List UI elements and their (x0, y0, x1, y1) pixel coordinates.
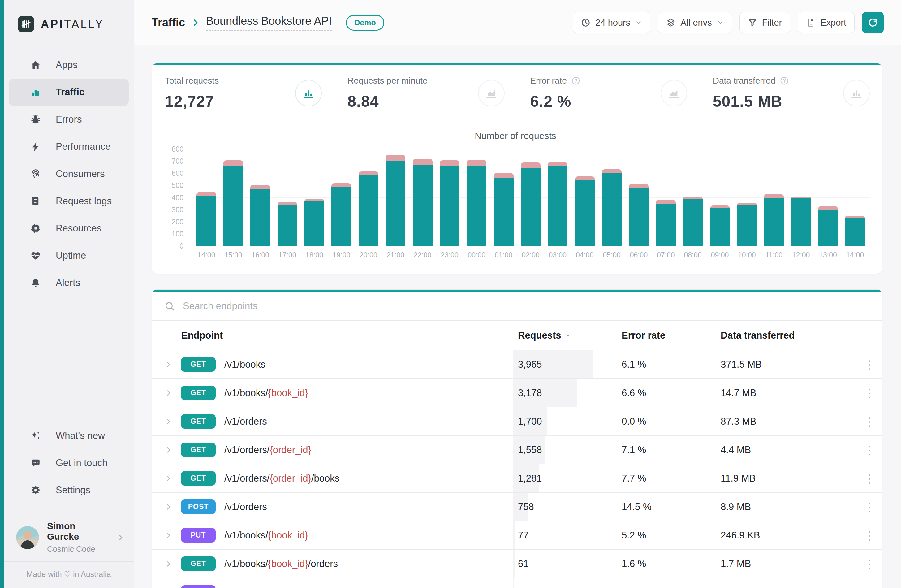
requests-bar-21:00[interactable] (385, 155, 405, 246)
table-row[interactable]: GET/v1/orders/{order_id}1,5587.1 %4.4 MB (152, 436, 882, 464)
brand-logo[interactable]: APITALLY (4, 0, 134, 32)
sidebar-item-apps[interactable]: Apps (9, 51, 129, 79)
requests-bar-19:00[interactable] (331, 183, 351, 246)
requests-value: 53 (513, 587, 528, 588)
filter-button[interactable]: Filter (739, 12, 790, 33)
expand-row-icon[interactable] (164, 418, 172, 426)
requests-value: 3,965 (513, 359, 542, 370)
requests-bar-05:00[interactable] (602, 169, 622, 246)
sidebar-item-get-in-touch[interactable]: Get in touch (9, 449, 129, 477)
expand-row-icon[interactable] (164, 389, 172, 397)
table-row[interactable]: GET/v1/orders1,7000.0 %87.3 MB (152, 407, 882, 436)
table-row[interactable]: PUT/v1/books/{book_id}775.2 %246.9 KB (152, 521, 882, 550)
requests-bar-14:00[interactable] (196, 192, 216, 246)
requests-bar-08:00[interactable] (683, 197, 703, 246)
requests-bar-16:00[interactable] (250, 185, 270, 246)
table-row[interactable]: GET/v1/orders/{order_id}/books1,2817.7 %… (152, 464, 882, 493)
expand-row-icon[interactable] (164, 531, 172, 540)
column-header-endpoint[interactable]: Endpoint (152, 330, 513, 341)
requests-bar-01:00[interactable] (494, 173, 514, 246)
stat-chart-toggle[interactable] (295, 80, 322, 106)
requests-bar-23:00[interactable] (440, 160, 460, 246)
kebab-menu-icon[interactable] (865, 586, 873, 588)
endpoint-cell: GET/v1/orders/{order_id}/books (152, 464, 513, 492)
table-row[interactable]: GET/v1/books/{book_id}3,1786.6 %14.7 MB (152, 379, 882, 407)
sidebar-item-traffic[interactable]: Traffic (9, 79, 129, 106)
sidebar-item-alerts[interactable]: Alerts (9, 269, 129, 296)
env-dropdown[interactable]: All envs (658, 12, 732, 33)
column-header-requests-label: Requests (518, 330, 561, 341)
expand-row-icon[interactable] (164, 560, 172, 568)
table-row[interactable]: PUT/v1/orders/{order_id}5311.3 %409.4 KB (152, 578, 882, 588)
x-tick-label: 02:00 (517, 251, 544, 259)
export-label: Export (820, 18, 846, 28)
help-icon[interactable] (780, 76, 789, 86)
bar-slot (544, 149, 571, 246)
search-input[interactable] (183, 292, 882, 320)
requests-bar-14:00[interactable] (845, 216, 865, 246)
export-button[interactable]: csv Export (798, 12, 854, 33)
stat-card-error-rate[interactable]: Error rate6.2 % (517, 65, 700, 122)
sidebar-item-whats-new[interactable]: What's new (9, 422, 129, 449)
requests-bar-15:00[interactable] (223, 160, 243, 246)
sidebar-item-request-logs[interactable]: Request logs (9, 187, 129, 215)
refresh-button[interactable] (862, 12, 884, 33)
sidebar-item-resources[interactable]: Resources (9, 215, 129, 242)
kebab-menu-icon[interactable] (865, 472, 873, 485)
bar-error-segment (656, 200, 676, 203)
stat-chart-toggle[interactable] (661, 80, 687, 106)
requests-bar-20:00[interactable] (359, 172, 379, 246)
sidebar-item-consumers[interactable]: Consumers (9, 160, 129, 187)
sidebar-item-uptime[interactable]: Uptime (9, 242, 129, 269)
kebab-menu-icon[interactable] (865, 529, 873, 541)
sidebar-item-performance[interactable]: Performance (9, 133, 129, 160)
kebab-menu-icon[interactable] (865, 359, 873, 371)
stat-card-requests-per-minute[interactable]: Requests per minute8.84 (334, 65, 517, 122)
expand-row-icon[interactable] (164, 474, 172, 482)
kebab-menu-icon[interactable] (865, 387, 873, 399)
expand-row-icon[interactable] (164, 503, 172, 511)
profile-menu[interactable]: Simon Gurcke Cosmic Code (4, 513, 134, 561)
requests-value: 61 (513, 558, 528, 569)
stat-chart-toggle[interactable] (478, 80, 505, 106)
stat-card-data-transferred[interactable]: Data transferred501.5 MB (700, 65, 882, 122)
sidebar-item-settings[interactable]: Settings (9, 477, 129, 504)
requests-bar-02:00[interactable] (521, 162, 541, 246)
table-row[interactable]: GET/v1/books3,9656.1 %371.5 MB (152, 350, 882, 379)
requests-bar-04:00[interactable] (575, 176, 595, 246)
requests-bar-11:00[interactable] (764, 194, 784, 246)
stat-chart-toggle[interactable] (843, 80, 870, 106)
expand-row-icon[interactable] (164, 446, 172, 454)
kebab-menu-icon[interactable] (865, 444, 873, 456)
time-range-dropdown[interactable]: 24 hours (573, 12, 650, 33)
requests-cell: 61 (513, 550, 617, 578)
help-icon[interactable] (571, 76, 580, 86)
column-header-data-transferred[interactable]: Data transferred (716, 330, 857, 341)
breadcrumb-app-selector[interactable]: Boundless Bookstore API (206, 14, 332, 31)
column-header-error-rate[interactable]: Error rate (617, 330, 716, 341)
table-row[interactable]: POST/v1/orders75814.5 %8.9 MB (152, 493, 882, 521)
expand-row-icon[interactable] (164, 360, 172, 368)
kebab-menu-icon[interactable] (865, 558, 873, 570)
requests-cell: 3,965 (513, 350, 617, 379)
kebab-menu-icon[interactable] (865, 415, 873, 428)
requests-bar-06:00[interactable] (629, 184, 648, 246)
requests-bar-00:00[interactable] (466, 160, 486, 246)
requests-bar-18:00[interactable] (304, 199, 324, 246)
x-tick-label: 18:00 (301, 251, 328, 259)
column-header-requests[interactable]: Requests (513, 330, 617, 341)
bar-slot (301, 149, 328, 246)
requests-bar-17:00[interactable] (277, 202, 297, 246)
requests-bar-09:00[interactable] (710, 206, 730, 246)
requests-bar-03:00[interactable] (548, 162, 567, 246)
requests-bar-10:00[interactable] (737, 203, 757, 246)
requests-bar-22:00[interactable] (413, 159, 433, 246)
requests-bar-12:00[interactable] (791, 197, 811, 246)
requests-bar-07:00[interactable] (656, 200, 676, 246)
table-row[interactable]: GET/v1/books/{book_id}/orders611.6 %1.7 … (152, 550, 882, 578)
kebab-menu-icon[interactable] (865, 501, 873, 513)
sidebar-item-errors[interactable]: Errors (9, 106, 129, 133)
sidebar-accent-stripe (0, 0, 4, 588)
requests-bar-13:00[interactable] (818, 206, 838, 246)
stat-card-total-requests[interactable]: Total requests12,727 (152, 65, 334, 122)
